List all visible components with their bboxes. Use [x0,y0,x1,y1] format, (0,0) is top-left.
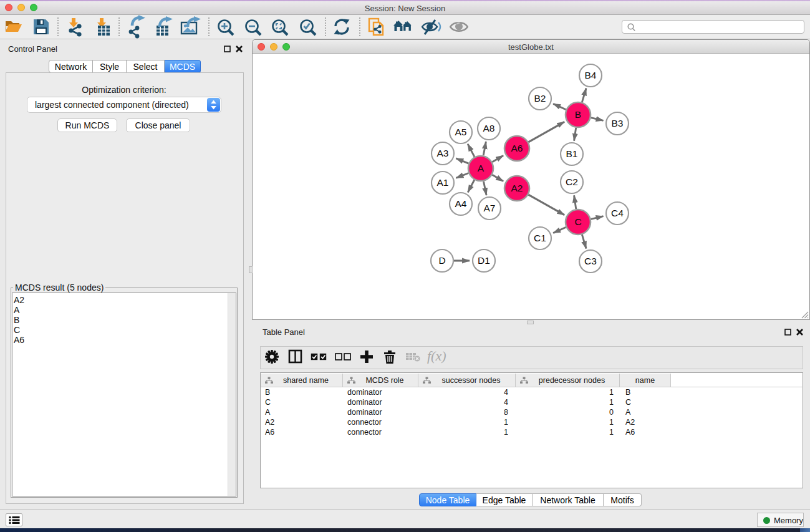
svg-text:C4: C4 [611,208,624,218]
svg-text:B2: B2 [534,93,546,104]
svg-text:A1: A1 [437,177,449,188]
svg-text:A: A [478,163,485,173]
svg-text:D1: D1 [478,255,490,266]
svg-text:C1: C1 [534,233,546,243]
svg-text:A2: A2 [511,183,523,193]
svg-text:A8: A8 [483,123,495,133]
svg-text:A5: A5 [455,127,467,137]
svg-text:A4: A4 [455,198,467,209]
svg-text:A6: A6 [511,143,523,153]
svg-text:A7: A7 [484,203,496,213]
svg-text:A3: A3 [437,148,449,158]
svg-text:C: C [574,216,581,227]
svg-text:B1: B1 [566,148,578,159]
svg-text:B3: B3 [612,118,624,128]
svg-text:C3: C3 [584,256,597,266]
svg-text:B4: B4 [585,70,597,80]
svg-text:C2: C2 [566,177,578,187]
svg-text:D: D [438,255,445,266]
svg-text:B: B [575,109,581,120]
